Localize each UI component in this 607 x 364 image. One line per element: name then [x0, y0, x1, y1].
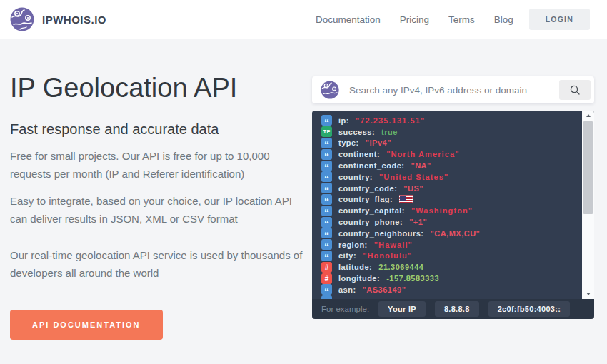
json-key: country_code:	[338, 184, 397, 193]
json-row: “ip:"72.235.131.51"	[321, 115, 577, 126]
json-key: country_neighbours:	[338, 229, 424, 238]
json-value: 21.3069444	[378, 263, 423, 271]
number-type-badge-icon: #	[321, 262, 332, 273]
magnifier-icon	[569, 84, 581, 96]
json-value: "Hawaii"	[374, 241, 413, 249]
json-row: “country_capital:"Washington"	[321, 205, 577, 216]
example-button-2c0f-fb50-4003-[interactable]: 2c0f:fb50:4003::	[488, 301, 571, 317]
json-key: country:	[338, 173, 373, 181]
brand-name: IPWHOIS.IO	[42, 14, 106, 26]
scrollbar-thumb[interactable]	[583, 121, 593, 214]
scroll-down-icon[interactable]	[586, 293, 591, 295]
vertical-scrollbar[interactable]	[582, 111, 594, 299]
json-row: “country_flag:	[321, 194, 577, 206]
example-button-your-ip[interactable]: Your IP	[378, 301, 426, 317]
string-type-badge-icon: “	[321, 217, 332, 228]
json-row: “country:"United States"	[321, 171, 577, 183]
json-row: “country_phone:"+1"	[321, 216, 577, 228]
nav-link-blog[interactable]: Blog	[494, 14, 513, 25]
json-key: type:	[338, 138, 359, 147]
json-row: “continent:"North America"	[321, 148, 577, 160]
lookup-widget: “ip:"72.235.131.51"TFsuccess:true“type:"…	[312, 76, 594, 319]
nav-link-documentation[interactable]: Documentation	[316, 14, 381, 25]
nav: DocumentationPricingTermsBlog	[316, 14, 513, 25]
json-result-panel: “ip:"72.235.131.51"TFsuccess:true“type:"…	[312, 111, 594, 299]
json-value: "Washington"	[411, 206, 473, 215]
json-value: "CA,MX,CU"	[431, 229, 481, 238]
json-value: true	[381, 128, 398, 136]
json-value: "Honolulu"	[363, 251, 412, 260]
json-row: “country_code:"US"	[321, 183, 577, 194]
string-type-badge-icon: “	[321, 138, 332, 148]
string-type-badge-icon: “	[321, 194, 332, 205]
json-value: "+1"	[409, 218, 427, 226]
json-row: “asn:"AS36149"	[321, 284, 577, 295]
json-row: #longitude:-157.8583333	[321, 273, 577, 284]
json-value: "US"	[403, 184, 423, 193]
page-title: IP Geolocation API	[10, 72, 306, 103]
string-type-badge-icon: “	[321, 161, 332, 171]
hero-left: IP Geolocation API Fast response and acc…	[10, 39, 306, 340]
hero-paragraph: Our real-time geolocation API service is…	[10, 246, 306, 282]
page-subtitle: Fast response and accurate data	[10, 121, 306, 138]
json-key: city:	[338, 251, 356, 260]
string-type-badge-icon: “	[321, 239, 332, 250]
json-row: TFsuccess:true	[321, 126, 577, 138]
json-key: latitude:	[338, 263, 372, 271]
json-value: -157.8583333	[386, 274, 439, 283]
login-button[interactable]: LOGIN	[529, 9, 590, 30]
globe-pins-icon	[321, 81, 339, 99]
string-type-badge-icon: “	[321, 171, 332, 182]
header: IPWHOIS.IO DocumentationPricingTermsBlog…	[0, 0, 607, 39]
json-value: "AS36149"	[363, 285, 406, 294]
json-row: “region:"Hawaii"	[321, 239, 577, 251]
brand-home-link[interactable]: IPWHOIS.IO	[10, 7, 106, 31]
json-key: region:	[338, 241, 368, 249]
string-type-badge-icon: “	[321, 149, 332, 160]
json-row: “city:"Honolulu"	[321, 251, 577, 262]
json-value: "United States"	[379, 173, 448, 181]
json-key: country_flag:	[338, 195, 393, 203]
string-type-badge-icon: “	[321, 295, 332, 299]
example-bar: For example: Your IP8.8.8.82c0f:fb50:400…	[312, 299, 594, 319]
hero-paragraph: Free for small projects. Our API is free…	[10, 147, 306, 183]
json-key: country_capital:	[338, 206, 405, 215]
string-type-badge-icon: “	[321, 251, 332, 261]
globe-pins-icon	[10, 7, 34, 31]
json-row: “country_neighbours:"CA,MX,CU"	[321, 228, 577, 239]
boolean-type-badge-icon: TF	[321, 126, 332, 137]
json-key: continent_code:	[338, 161, 404, 170]
json-key: continent:	[338, 150, 380, 158]
api-documentation-button[interactable]: API DOCUMENTATION	[10, 310, 163, 340]
nav-link-pricing[interactable]: Pricing	[400, 14, 429, 25]
page: IPWHOIS.IO DocumentationPricingTermsBlog…	[0, 0, 607, 364]
json-rows: “ip:"72.235.131.51"TFsuccess:true“type:"…	[312, 111, 594, 299]
json-key: longitude:	[338, 274, 380, 283]
json-value: "IPv4"	[366, 138, 391, 147]
json-key: success:	[338, 128, 375, 136]
json-key: ip:	[338, 116, 349, 125]
json-key: country_phone:	[338, 218, 403, 226]
string-type-badge-icon: “	[321, 206, 332, 216]
nav-link-terms[interactable]: Terms	[448, 14, 475, 25]
json-value: "72.235.131.51"	[356, 116, 425, 125]
string-type-badge-icon: “	[321, 228, 332, 238]
json-key: asn:	[338, 285, 356, 294]
search-button[interactable]	[559, 80, 591, 100]
json-row: “type:"IPv4"	[321, 138, 577, 149]
search-bar	[312, 76, 594, 103]
json-value: "North America"	[386, 150, 459, 158]
json-row: #latitude:21.3069444	[321, 261, 577, 273]
json-row: “continent_code:"NA"	[321, 160, 577, 171]
example-button-8-8-8-8[interactable]: 8.8.8.8	[435, 301, 479, 317]
hero-paragraph: Easy to integrate, based on your choice,…	[10, 192, 306, 228]
string-type-badge-icon: “	[321, 115, 332, 126]
scroll-up-icon[interactable]	[586, 114, 591, 117]
search-input[interactable]	[349, 85, 559, 96]
us-flag-icon	[399, 195, 413, 203]
string-type-badge-icon: “	[321, 183, 332, 193]
number-type-badge-icon: #	[321, 273, 332, 284]
string-type-badge-icon: “	[321, 284, 332, 295]
example-label: For example:	[321, 305, 369, 313]
json-row: “	[321, 295, 577, 299]
